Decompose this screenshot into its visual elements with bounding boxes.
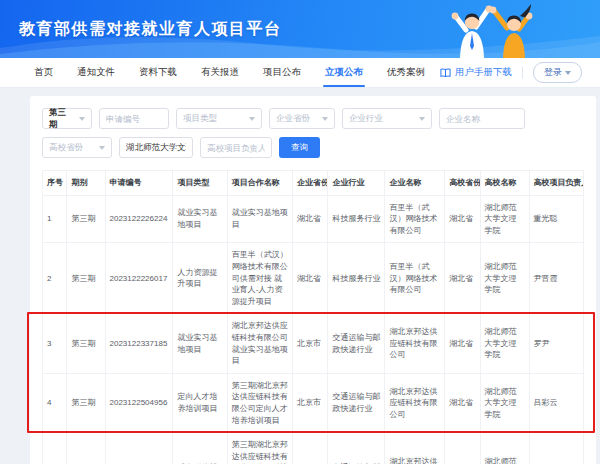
table-cell: 湖北省 <box>445 314 480 373</box>
col-header-apply-no: 申请编号 <box>105 171 173 196</box>
chevron-down-icon <box>99 146 105 150</box>
table-cell: 3 <box>43 314 67 373</box>
school-province-select[interactable]: 高校省份 <box>42 137 112 158</box>
school-name-input[interactable] <box>126 143 186 153</box>
nav-item-project-announcement[interactable]: 项目公布 <box>263 58 301 87</box>
table-row: 3第三期2023122337185就业实习基地项目湖北京邦达供应链科技有限公司就… <box>43 314 584 373</box>
company-industry-placeholder: 企业行业 <box>349 113 383 125</box>
filter-row-1: 第三期 项目类型 企业省份 企业行业 <box>42 108 584 129</box>
user-manual-download-link[interactable]: 用户手册下载 <box>440 66 512 79</box>
table-header-row: 序号 期别 申请编号 项目类型 项目合作名称 企业省份 企业行业 企业名称 高校… <box>43 171 584 196</box>
table-cell: 2023122226017 <box>105 243 173 314</box>
table-row: 2第三期2023122226017人力资源提升项目百里半（武汉）网络技术有限公司… <box>43 243 584 314</box>
col-header-company-province: 企业省份 <box>293 171 328 196</box>
col-header-school-name: 高校名称 <box>480 171 529 196</box>
project-type-select[interactable]: 项目类型 <box>176 108 262 129</box>
table-cell: 第三期湖北京邦达供应链科技有限公司供需对接就业育人-重点群体就业帮扶项目 <box>227 433 292 464</box>
chevron-down-icon <box>249 117 255 121</box>
login-button[interactable]: 登录 <box>533 62 582 83</box>
table-cell: 2 <box>43 243 67 314</box>
col-header-company-industry: 企业行业 <box>328 171 385 196</box>
nav-item-cases[interactable]: 优秀案例 <box>387 58 425 87</box>
table-cell: 重点群体就业帮扶项目 <box>173 433 227 464</box>
col-header-school-leader: 高校项目负责人 <box>529 171 583 196</box>
table-cell: 交通运输与邮政快递行业 <box>328 433 385 464</box>
nav-item-approval-announcement[interactable]: 立项公布 <box>325 58 363 87</box>
results-card: 第三期 项目类型 企业省份 企业行业 <box>30 96 596 464</box>
page: 教育部供需对接就业育人项目平台 首页 通知文件 资料下载 <box>0 0 600 464</box>
table-cell: 湖北省 <box>445 195 480 243</box>
table-cell: 湖北京邦达供应链科技有限公司 <box>385 433 445 464</box>
table-cell: 湖北省 <box>445 433 480 464</box>
table-cell: 北京市 <box>293 373 328 432</box>
nav-item-home[interactable]: 首页 <box>34 58 53 87</box>
table-cell: 就业实习基地项目 <box>173 314 227 373</box>
table-cell: 罗尹 <box>529 314 583 373</box>
table-cell: 第三期 <box>67 433 105 464</box>
nav-item-notices[interactable]: 通知文件 <box>77 58 115 87</box>
apply-no-field <box>99 108 169 129</box>
book-icon <box>440 68 451 78</box>
table-cell: 百里半（武汉）网络技术有限公司 <box>385 243 445 314</box>
nav-items: 首页 通知文件 资料下载 有关报道 项目公布 立项公布 优秀案例 <box>34 58 425 87</box>
table-cell: 第三期 <box>67 243 105 314</box>
table-cell: 就业实习基地项目 <box>227 195 292 243</box>
user-manual-label: 用户手册下载 <box>455 66 512 79</box>
table-cell: 科技服务行业 <box>328 243 385 314</box>
table-cell: 人力资源提升项目 <box>173 243 227 314</box>
company-province-placeholder: 企业省份 <box>276 113 310 125</box>
table-cell: 湖北师范大学文理学院 <box>480 433 529 464</box>
nav-item-downloads[interactable]: 资料下载 <box>139 58 177 87</box>
chevron-down-icon <box>322 117 328 121</box>
results-table: 序号 期别 申请编号 项目类型 项目合作名称 企业省份 企业行业 企业名称 高校… <box>42 170 584 464</box>
school-name-field <box>119 137 193 158</box>
table-row: 1第三期2023122226224就业实习基地项目就业实习基地项目湖北省科技服务… <box>43 195 584 243</box>
table-cell: 百里半（武汉）网络技术有限公司供需对接 就业育人-人力资源提升项目 <box>227 243 292 314</box>
period-select[interactable]: 第三期 <box>42 108 92 129</box>
banner-illustration-people <box>435 2 545 58</box>
company-name-input[interactable] <box>446 114 518 124</box>
period-select-value: 第三期 <box>49 107 74 131</box>
company-province-select[interactable]: 企业省份 <box>269 108 335 129</box>
table-cell: 北京市 <box>293 314 328 373</box>
table-cell: 湖北省 <box>445 243 480 314</box>
school-leader-input[interactable] <box>207 143 265 153</box>
main-content: 第三期 项目类型 企业省份 企业行业 <box>0 88 600 464</box>
table-cell: 湖北师范大学文理学院 <box>480 314 529 373</box>
chevron-down-icon <box>419 117 425 121</box>
col-header-project-type: 项目类型 <box>173 171 227 196</box>
col-header-project-name: 项目合作名称 <box>227 171 292 196</box>
table-cell: 交通运输与邮政快递行业 <box>328 314 385 373</box>
table-cell: 湖北师范大学文理学院 <box>480 195 529 243</box>
table-cell: 湖北京邦达供应链科技有限公司 <box>385 314 445 373</box>
table-cell: 就业实习基地项目 <box>173 195 227 243</box>
col-header-serial: 序号 <box>43 171 67 196</box>
table-cell: 吕彩云 <box>529 373 583 432</box>
table-cell: 2023122504956 <box>105 373 173 432</box>
chevron-down-icon <box>565 71 571 75</box>
company-industry-select[interactable]: 企业行业 <box>342 108 432 129</box>
table-cell: 科技服务行业 <box>328 195 385 243</box>
banner: 教育部供需对接就业育人项目平台 <box>0 0 600 58</box>
col-header-company-name: 企业名称 <box>385 171 445 196</box>
table-cell: 第三期 <box>67 314 105 373</box>
search-button[interactable]: 查询 <box>279 137 320 158</box>
company-name-field <box>439 108 525 129</box>
table-cell: 湖北省 <box>293 243 328 314</box>
page-title: 教育部供需对接就业育人项目平台 <box>19 19 282 40</box>
table-cell: 定向人才培养培训项目 <box>173 373 227 432</box>
nav-item-reports[interactable]: 有关报道 <box>201 58 239 87</box>
table-cell: 尹晋霞 <box>529 243 583 314</box>
table-cell: 2023122337185 <box>105 314 173 373</box>
table-row: 4第三期2023122504956定向人才培养培训项目第三期湖北京邦达供应链科技… <box>43 373 584 432</box>
table-cell: 湖北省 <box>445 373 480 432</box>
apply-no-input[interactable] <box>106 114 162 124</box>
table-body: 1第三期2023122226224就业实习基地项目就业实习基地项目湖北省科技服务… <box>43 195 584 464</box>
table-cell: 百里半（武汉）网络技术有限公司 <box>385 195 445 243</box>
table-cell: 交通运输与邮政快递行业 <box>328 373 385 432</box>
table-cell: 湖北京邦达供应链科技有限公司 <box>385 373 445 432</box>
table-cell: 4 <box>43 373 67 432</box>
table-cell: 1 <box>43 195 67 243</box>
table-cell: 2023122226224 <box>105 195 173 243</box>
table-cell: 湖北省 <box>293 195 328 243</box>
